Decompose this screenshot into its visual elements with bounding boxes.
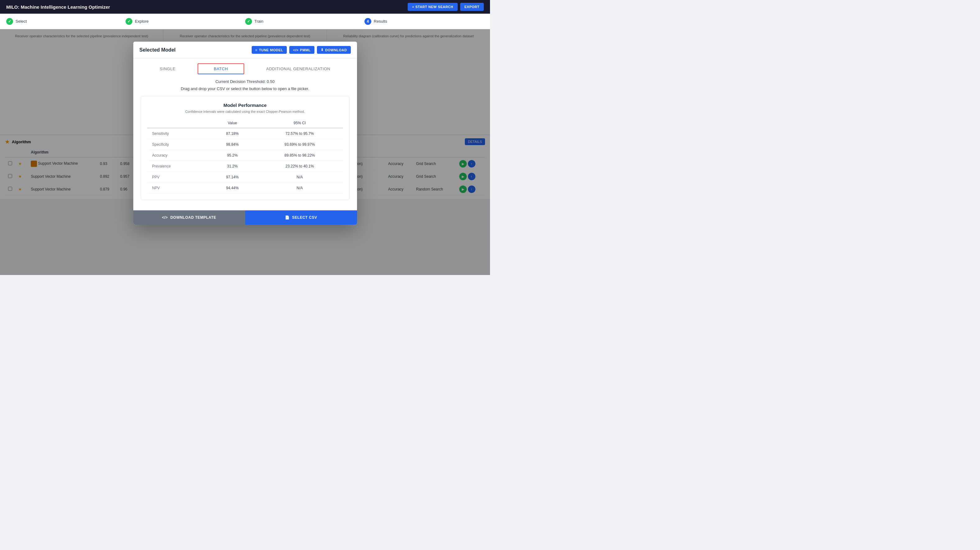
top-bar-actions: + START NEW SEARCH EXPORT: [408, 3, 484, 11]
perf-metric-ci: 89.85% to 98.22%: [257, 150, 343, 161]
modal-title: Selected Model: [140, 47, 175, 53]
start-new-search-button[interactable]: + START NEW SEARCH: [408, 3, 458, 11]
perf-metric-name: Sensitivity: [147, 128, 208, 139]
modal-header-actions: ≡ TUNE MODEL </> PMML ⬇ DOWNLOAD: [252, 46, 351, 54]
selected-model-modal: Selected Model ≡ TUNE MODEL </> PMML ⬇ D…: [133, 41, 357, 225]
perf-col-value: Value: [208, 118, 256, 128]
perf-metric-ci: N/A: [257, 172, 343, 183]
modal-overlay: Selected Model ≡ TUNE MODEL </> PMML ⬇ D…: [0, 29, 490, 275]
perf-metric-value: 95.2%: [208, 150, 256, 161]
perf-metric-value: 31.2%: [208, 161, 256, 172]
download-model-icon: ⬇: [321, 48, 324, 52]
perf-title: Model Performance: [147, 103, 343, 108]
threshold-text: Current Decision Threshold: 0.50: [141, 79, 350, 84]
modal-body: Current Decision Threshold: 0.50 Drag an…: [133, 74, 357, 210]
perf-metric-ci: 72.57% to 95.7%: [257, 128, 343, 139]
performance-card: Model Performance Confidence intervals w…: [141, 96, 350, 200]
step-train-check: ✓: [245, 18, 252, 25]
app-title: MILO: Machine Intelligence Learning Opti…: [6, 4, 110, 10]
perf-metric-ci: 23.22% to 40.1%: [257, 161, 343, 172]
modal-header: Selected Model ≡ TUNE MODEL </> PMML ⬇ D…: [133, 41, 357, 59]
perf-metric-name: PPV: [147, 172, 208, 183]
step-train[interactable]: ✓ Train: [245, 18, 364, 25]
perf-col-metric: [147, 118, 208, 128]
select-csv-icon: 📄: [285, 215, 290, 220]
drag-drop-text: Drag and drop your CSV or select the but…: [141, 86, 350, 91]
step-results-label: Results: [374, 19, 387, 24]
perf-metric-name: NPV: [147, 183, 208, 194]
perf-table-row: Sensitivity 87.18% 72.57% to 95.7%: [147, 128, 343, 139]
step-explore-label: Explore: [135, 19, 148, 24]
tab-single[interactable]: SINGLE: [153, 64, 182, 74]
step-train-label: Train: [255, 19, 264, 24]
download-template-icon: </>: [162, 215, 168, 220]
pmml-button[interactable]: </> PMML: [289, 46, 315, 54]
modal-footer: </> DOWNLOAD TEMPLATE 📄 SELECT CSV: [133, 210, 357, 225]
pmml-label: PMML: [300, 48, 311, 52]
perf-col-ci: 95% CI: [257, 118, 343, 128]
perf-metric-ci: N/A: [257, 183, 343, 194]
perf-table-row: Accuracy 95.2% 89.85% to 98.22%: [147, 150, 343, 161]
step-select[interactable]: ✓ Select: [6, 18, 126, 25]
performance-table: Value 95% CI Sensitivity 87.18% 72.57% t…: [147, 118, 343, 194]
perf-metric-value: 87.18%: [208, 128, 256, 139]
download-template-label: DOWNLOAD TEMPLATE: [170, 215, 216, 220]
pmml-icon: </>: [293, 48, 298, 52]
perf-table-row: Specificity 98.84% 93.69% to 99.97%: [147, 139, 343, 150]
tab-batch[interactable]: BATCH: [197, 64, 244, 74]
step-results[interactable]: 4 Results: [364, 18, 484, 25]
select-csv-label: SELECT CSV: [292, 215, 317, 220]
perf-table-row: Prevalence 31.2% 23.22% to 40.1%: [147, 161, 343, 172]
tune-model-button[interactable]: ≡ TUNE MODEL: [252, 46, 287, 54]
top-bar: MILO: Machine Intelligence Learning Opti…: [0, 0, 490, 14]
step-select-check: ✓: [6, 18, 13, 25]
download-model-label: DOWNLOAD: [325, 48, 347, 52]
perf-metric-name: Prevalence: [147, 161, 208, 172]
perf-metric-value: 94.44%: [208, 183, 256, 194]
modal-tabs: SINGLE BATCH ADDITIONAL GENERALIZATION: [133, 59, 357, 74]
perf-metric-value: 97.14%: [208, 172, 256, 183]
step-explore-check: ✓: [126, 18, 132, 25]
perf-metric-name: Accuracy: [147, 150, 208, 161]
tab-additional-generalization[interactable]: ADDITIONAL GENERALIZATION: [260, 64, 337, 74]
step-explore[interactable]: ✓ Explore: [126, 18, 245, 25]
perf-metric-ci: 93.69% to 99.97%: [257, 139, 343, 150]
perf-table-row: NPV 94.44% N/A: [147, 183, 343, 194]
step-results-number: 4: [364, 18, 371, 25]
perf-table-row: PPV 97.14% N/A: [147, 172, 343, 183]
perf-metric-name: Specificity: [147, 139, 208, 150]
select-csv-button[interactable]: 📄 SELECT CSV: [245, 210, 357, 225]
perf-metric-value: 98.84%: [208, 139, 256, 150]
download-template-button[interactable]: </> DOWNLOAD TEMPLATE: [133, 210, 245, 225]
steps-bar: ✓ Select ✓ Explore ✓ Train 4 Results: [0, 14, 490, 29]
export-button[interactable]: EXPORT: [460, 3, 484, 11]
step-select-label: Select: [16, 19, 27, 24]
download-model-button[interactable]: ⬇ DOWNLOAD: [317, 46, 351, 54]
perf-subtitle: Confidence intervals were calculated usi…: [147, 110, 343, 113]
main-content: Receiver operator characteristics for th…: [0, 29, 490, 275]
tune-icon: ≡: [255, 48, 258, 52]
tune-model-label: TUNE MODEL: [259, 48, 283, 52]
